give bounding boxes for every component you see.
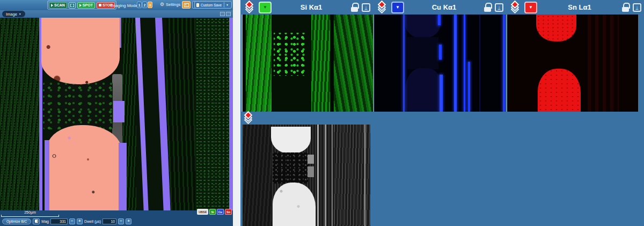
cu-trace-line [454, 14, 457, 112]
auto-contrast-button[interactable] [33, 218, 40, 224]
lock-icon[interactable] [351, 3, 358, 12]
map-title-sn: Sn Lα1 [540, 3, 619, 11]
optimize-bc-label: Optimize B/C [6, 220, 27, 223]
image-panel-header: Image ▼ [0, 10, 233, 18]
layer-toggle-sn[interactable]: Sn [225, 209, 232, 215]
spot-button[interactable]: SPOT [77, 2, 95, 9]
image-type-dropdown[interactable]: Image ▼ [2, 11, 25, 17]
intermetallic-region [43, 82, 113, 129]
download-button[interactable]: ↓ [495, 3, 503, 12]
settings-button[interactable]: ⚙ Settings [160, 2, 180, 7]
map-title-cu: Cu Kα1 [407, 3, 481, 11]
copper-trace-stripe [135, 18, 149, 210]
layered-eds-image[interactable] [0, 18, 233, 210]
sn-faint-band [588, 14, 619, 112]
si-fiber-band [311, 14, 330, 112]
lock-icon[interactable] [484, 3, 491, 12]
imaging-mode-2-button[interactable]: 2 [142, 2, 147, 8]
contrast-icon [35, 220, 38, 223]
si-particle-speckles [274, 33, 308, 76]
download-icon: ↓ [636, 5, 639, 10]
image-icon [184, 3, 189, 7]
cu-element-map[interactable] [374, 14, 506, 112]
layers-icon[interactable] [509, 1, 522, 13]
element-maps-panel: ▼ Si Kα1 ↓ ▼ Cu Kα1 ↓ [240, 0, 644, 226]
copper-edge-bottom-right [119, 143, 127, 210]
solder-ball-top [41, 18, 120, 84]
electron-dark-column [243, 125, 272, 226]
layers-icon[interactable] [242, 112, 255, 124]
custom-save-dropdown-arrow[interactable]: ▼ [225, 3, 230, 6]
settings-label: Settings [166, 2, 180, 7]
si-dark-gap [330, 14, 334, 112]
mag-input[interactable] [50, 218, 68, 224]
layer-toggle-ubse[interactable]: UBSE [197, 209, 208, 215]
electron-image-panel: SCAN SPOT STOP Imaging Modes 1 2 3 ⚙ [0, 0, 233, 226]
imaging-mode-buttons: 1 2 3 [137, 2, 152, 8]
custom-save-button[interactable]: Custom Save ▼ [194, 1, 232, 9]
electron-joint-region [273, 152, 308, 184]
electron-solder-top [271, 127, 311, 154]
imaging-modes-label: Imaging Modes [111, 3, 140, 8]
lock-icon[interactable] [622, 3, 629, 12]
scale-bar-label: 250µm [0, 210, 60, 214]
dwell-increase-button[interactable]: + [126, 218, 131, 224]
copper-edge-bottom-left [45, 140, 49, 210]
electron-gray-bar [308, 166, 314, 177]
chevron-down-icon: ▼ [396, 5, 400, 10]
scale-bar [1, 215, 59, 217]
chevron-down-icon: ▼ [19, 12, 21, 16]
layer-toggle-buttons: UBSE Si Cu Sn [197, 209, 232, 215]
layer-toggle-cu[interactable]: Cu [217, 209, 224, 215]
copper-pad-mid [113, 101, 125, 122]
sn-solder-ball-bottom [538, 69, 581, 112]
popout-icon[interactable] [220, 12, 225, 16]
download-icon: ↓ [365, 5, 368, 10]
layer-toggle-si[interactable]: Si [209, 209, 215, 215]
optimize-bc-button[interactable]: Optimize B/C [2, 218, 31, 224]
dwell-decrease-button[interactable]: − [118, 218, 124, 224]
maximize-icon[interactable] [226, 12, 231, 16]
copper-trace-right-edge [229, 18, 233, 210]
acquisition-controls-row: Optimize B/C Mag − + Dwell (µs) − + [2, 217, 131, 225]
sn-element-map[interactable] [507, 14, 638, 112]
electron-image-row-header [242, 112, 255, 125]
map-header-sn: ▼ Sn Lα1 ↓ [506, 0, 644, 14]
map-header-cu: ▼ Cu Kα1 ↓ [373, 0, 506, 14]
cu-trace-line [438, 14, 441, 25]
panel-divider [233, 0, 240, 226]
layers-icon[interactable] [243, 1, 256, 13]
download-button[interactable]: ↓ [362, 3, 370, 12]
pcb-fiber-region-left [0, 18, 41, 210]
cu-trace-line [439, 45, 442, 60]
cu-trace-line [479, 14, 480, 112]
imaging-mode-1-button[interactable]: 1 [137, 2, 142, 8]
dwell-label: Dwell (µs) [84, 220, 101, 223]
mag-increase-button[interactable]: + [77, 218, 83, 224]
pcb-dotted-fiber-region [195, 18, 230, 210]
mag-decrease-button[interactable]: − [69, 218, 75, 224]
imaging-mode-3-button[interactable]: 3 [148, 2, 152, 8]
si-color-dropdown[interactable]: ▼ [259, 2, 272, 13]
scan-button-label: SCAN [54, 3, 65, 7]
layers-icon[interactable] [376, 1, 389, 13]
electron-trace-line [325, 125, 326, 226]
panel-window-controls [220, 12, 231, 16]
si-element-map[interactable] [241, 14, 373, 112]
image-view-button[interactable] [182, 1, 191, 9]
cu-color-dropdown[interactable]: ▼ [391, 2, 404, 13]
reduced-area-button[interactable] [69, 2, 76, 9]
scan-button[interactable]: SCAN [49, 2, 67, 9]
play-icon [51, 4, 53, 7]
dwell-input[interactable] [103, 218, 116, 224]
acquisition-toolbar: SCAN SPOT STOP Imaging Modes 1 2 3 ⚙ [0, 0, 233, 10]
si-fiber-band [334, 14, 373, 112]
electron-image-thumbnail[interactable] [243, 125, 370, 226]
pcb-fiber-region-right [166, 18, 195, 210]
sn-color-dropdown[interactable]: ▼ [524, 2, 537, 13]
app-window: SCAN SPOT STOP Imaging Modes 1 2 3 ⚙ [0, 0, 644, 226]
cu-trace-line [403, 14, 405, 112]
electron-solder-bottom [273, 183, 316, 226]
cu-trace-line [503, 14, 505, 112]
download-button[interactable]: ↓ [633, 3, 641, 12]
